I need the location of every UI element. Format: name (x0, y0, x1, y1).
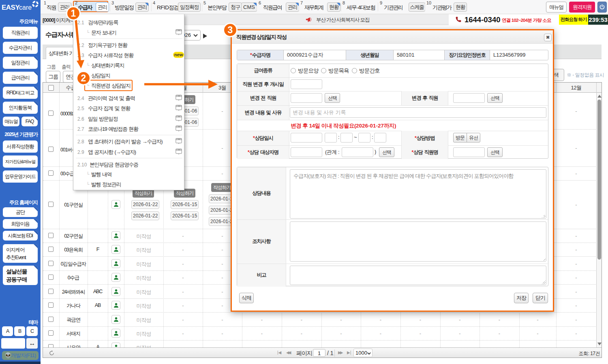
svg-text:care: care (19, 4, 32, 11)
svg-text:EASY: EASY (2, 4, 20, 11)
